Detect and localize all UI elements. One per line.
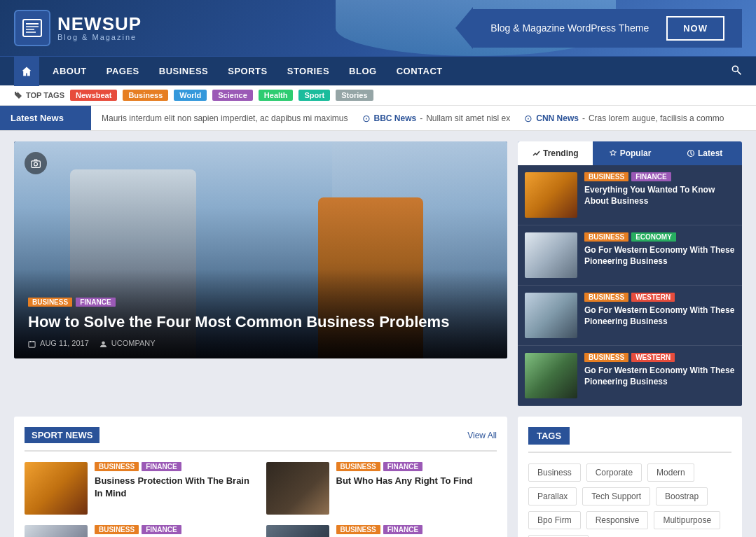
svg-point-12 bbox=[102, 341, 105, 344]
hero-tag-business[interactable]: BUSINESS bbox=[28, 298, 72, 307]
sport-news-section: SPORT NEWS View All BUSINESS FINANCE Bus… bbox=[14, 417, 507, 537]
trending-tag-western[interactable]: WESTERN bbox=[631, 353, 675, 362]
trending-image-1 bbox=[525, 172, 577, 218]
tag-cloud-business[interactable]: Business bbox=[528, 463, 581, 482]
nav-stories[interactable]: STORIES bbox=[277, 57, 339, 86]
now-button[interactable]: NOW bbox=[666, 16, 724, 41]
card-tags: BUSINESS FINANCE bbox=[95, 462, 256, 471]
tag-newsbeat[interactable]: Newsbeat bbox=[70, 90, 117, 101]
nav-business[interactable]: BUSINESS bbox=[149, 57, 218, 86]
tab-trending[interactable]: Trending bbox=[518, 141, 593, 165]
latest-news-bar: Latest News Mauris interdum elit non sap… bbox=[0, 106, 756, 131]
card-tag-finance[interactable]: FINANCE bbox=[142, 462, 181, 471]
trending-tags-3: BUSINESS WESTERN bbox=[584, 293, 735, 302]
tag-cloud-parallax[interactable]: Parallax bbox=[528, 487, 577, 505]
card-tags: BUSINESS FINANCE bbox=[336, 462, 497, 471]
trending-title-3[interactable]: Go For Western Economy With These Pionee… bbox=[584, 305, 735, 327]
trending-tag-business[interactable]: BUSINESS bbox=[584, 172, 628, 181]
trending-tag-business[interactable]: BUSINESS bbox=[584, 293, 628, 302]
trending-tag-finance[interactable]: FINANCE bbox=[631, 172, 671, 181]
bottom-section: SPORT NEWS View All BUSINESS FINANCE Bus… bbox=[0, 417, 756, 537]
card-tag-finance[interactable]: FINANCE bbox=[383, 525, 422, 534]
ticker-text: Mauris interdum elit non sapien imperdie… bbox=[102, 113, 348, 123]
tag-cloud-bpo-firm[interactable]: Bpo Firm bbox=[528, 511, 581, 529]
tags-header: TAGS bbox=[528, 427, 731, 453]
right-column: Trending Popular Latest bbox=[518, 141, 742, 406]
tags-label-text: TOP TAGS bbox=[26, 91, 64, 99]
tag-stories[interactable]: Stories bbox=[336, 90, 373, 101]
card-tag-business[interactable]: BUSINESS bbox=[95, 525, 139, 534]
hero-meta: AUG 11, 2017 UCOMPANY bbox=[28, 339, 493, 348]
sport-thumb-3 bbox=[25, 525, 88, 537]
tab-latest[interactable]: Latest bbox=[667, 141, 742, 165]
sport-thumb-2 bbox=[266, 462, 329, 515]
tag-cloud-responsive[interactable]: Responsive bbox=[586, 511, 649, 529]
hero-title[interactable]: How to Solve the Four Most Common Busine… bbox=[28, 312, 493, 333]
news-ticker: Mauris interdum elit non sapien imperdie… bbox=[91, 113, 756, 124]
tab-popular[interactable]: Popular bbox=[593, 141, 668, 165]
card-tag-finance[interactable]: FINANCE bbox=[142, 525, 181, 534]
tag-cloud-tech-support[interactable]: Tech Support bbox=[582, 487, 650, 505]
sport-card-title-2[interactable]: But Who Has Any Right To Find bbox=[336, 475, 497, 487]
trending-content-4: BUSINESS WESTERN Go For Western Economy … bbox=[584, 353, 735, 387]
logo-icon bbox=[14, 10, 50, 46]
trending-tag-economy[interactable]: ECONOMY bbox=[631, 232, 676, 242]
card-tag-business[interactable]: BUSINESS bbox=[336, 462, 380, 471]
trending-list: BUSINESS FINANCE Everything You Wanted T… bbox=[518, 165, 742, 406]
sport-grid: BUSINESS FINANCE Business Protection Wit… bbox=[25, 462, 497, 537]
sport-card: BUSINESS FINANCE But Who Has Any Right T… bbox=[266, 462, 497, 515]
nav-sports[interactable]: SPORTS bbox=[218, 57, 277, 86]
tag-business[interactable]: Business bbox=[123, 90, 168, 101]
card-tags: BUSINESS FINANCE bbox=[336, 525, 497, 534]
trending-item: BUSINESS WESTERN Go For Western Economy … bbox=[518, 286, 742, 346]
trending-title-2[interactable]: Go For Western Economy With These Pionee… bbox=[584, 245, 735, 267]
nav-contact[interactable]: CONTACT bbox=[387, 57, 453, 86]
nav-pages[interactable]: PAGES bbox=[97, 57, 149, 86]
trending-item: BUSINESS WESTERN Go For Western Economy … bbox=[518, 346, 742, 406]
svg-rect-9 bbox=[29, 342, 35, 347]
top-tags-bar: TOP TAGS Newsbeat Business World Science… bbox=[0, 85, 756, 106]
header: NEWSUP Blog & Magazine Blog & Magazine W… bbox=[0, 0, 756, 56]
trending-title-1[interactable]: Everything You Wanted To Know About Busi… bbox=[584, 185, 735, 207]
tags-cloud: Business Corporate Modern Parallax Tech … bbox=[528, 463, 731, 537]
sport-card-title-1[interactable]: Business Protection With The Brain In Mi… bbox=[95, 475, 256, 500]
sport-card-content: BUSINESS FINANCE We Are Able To Create B… bbox=[95, 525, 256, 537]
trending-tag-western[interactable]: WESTERN bbox=[631, 293, 675, 302]
ticker-bbc-text: - bbox=[420, 113, 422, 123]
hero-tag-finance[interactable]: FINANCE bbox=[76, 298, 115, 307]
tag-cloud-corporate[interactable]: Corporate bbox=[586, 463, 642, 482]
sport-card: BUSINESS FINANCE We Are Able To Create B… bbox=[25, 525, 256, 537]
trending-tag-business[interactable]: BUSINESS bbox=[584, 232, 628, 242]
header-banner: Blog & Magazine WordPress Theme NOW bbox=[455, 7, 742, 49]
card-tag-finance[interactable]: FINANCE bbox=[383, 462, 422, 471]
trending-tag-business[interactable]: BUSINESS bbox=[584, 353, 628, 362]
trending-tags-1: BUSINESS FINANCE bbox=[584, 172, 735, 181]
tag-sport[interactable]: Sport bbox=[298, 90, 330, 101]
tag-world[interactable]: World bbox=[174, 90, 207, 101]
card-tag-business[interactable]: BUSINESS bbox=[336, 525, 380, 534]
trending-panel: Trending Popular Latest bbox=[518, 141, 742, 406]
sport-card-content: BUSINESS FINANCE But Who Has Any Right T… bbox=[336, 462, 497, 515]
tag-health[interactable]: Health bbox=[259, 90, 294, 101]
nav-about[interactable]: ABOUT bbox=[43, 57, 97, 86]
trending-title-4[interactable]: Go For Western Economy With These Pionee… bbox=[584, 365, 735, 387]
sport-card-content: BUSINESS FINANCE Business Protection Wit… bbox=[95, 462, 256, 515]
card-tag-business[interactable]: BUSINESS bbox=[95, 462, 139, 471]
trending-content-1: BUSINESS FINANCE Everything You Wanted T… bbox=[584, 172, 735, 207]
sport-thumb-4 bbox=[266, 525, 329, 537]
tag-cloud-boostrap[interactable]: Boostrap bbox=[656, 487, 708, 505]
search-button[interactable] bbox=[731, 64, 742, 78]
sport-card: BUSINESS FINANCE Business Protection Wit… bbox=[25, 462, 256, 515]
tag-science[interactable]: Science bbox=[212, 90, 253, 101]
sport-card: BUSINESS FINANCE Business Create Beautif… bbox=[266, 525, 497, 537]
tag-cloud-modern[interactable]: Modern bbox=[647, 463, 694, 482]
trending-item: BUSINESS FINANCE Everything You Wanted T… bbox=[518, 165, 742, 225]
sport-card-content: BUSINESS FINANCE Business Create Beautif… bbox=[336, 525, 497, 537]
tag-cloud-multipurpose[interactable]: Multipurpose bbox=[654, 511, 720, 529]
hero-author: UCOMPANY bbox=[99, 339, 156, 348]
trending-tabs: Trending Popular Latest bbox=[518, 141, 742, 165]
nav-blog[interactable]: BLOG bbox=[339, 57, 387, 86]
view-all-link[interactable]: View All bbox=[467, 431, 497, 440]
home-button[interactable] bbox=[14, 57, 39, 86]
hero-date: AUG 11, 2017 bbox=[28, 339, 89, 348]
